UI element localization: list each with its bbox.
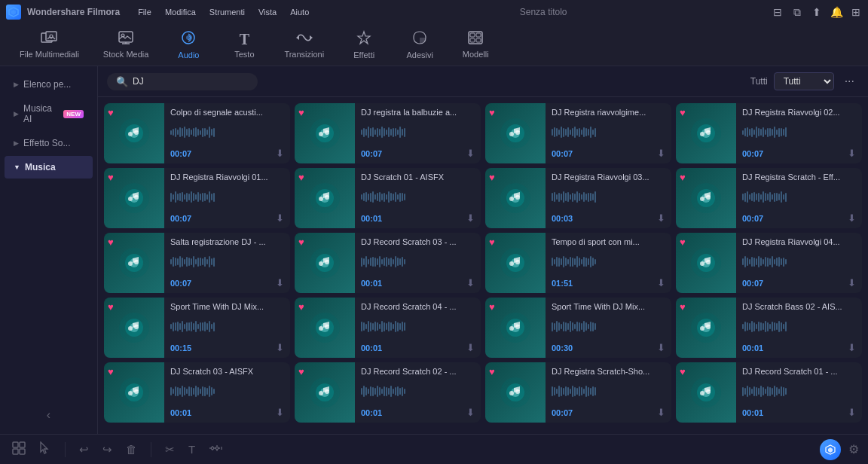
window-grid-icon[interactable]: ⊞ xyxy=(850,6,862,18)
waveform-bar xyxy=(765,321,766,332)
grid-item[interactable]: ♥ DJ Registra Riavvolgi 02... 00:07 ⬇ xyxy=(676,103,862,163)
download-icon[interactable]: ⬇ xyxy=(848,407,856,418)
filmora-badge[interactable] xyxy=(820,439,841,460)
grid-item[interactable]: ♥ DJ Scratch 03 - AISFX 00:01 ⬇ xyxy=(104,362,290,423)
toolbar-effetti[interactable]: Effetti xyxy=(338,27,390,63)
svg-point-56 xyxy=(700,197,704,201)
sidebar-item-elenco[interactable]: ▶ Elenco pe... xyxy=(5,73,93,96)
menu-aiuto[interactable]: Aiuto xyxy=(284,5,315,19)
grid-item[interactable]: ♥ DJ Scratch 01 - AISFX 00:01 ⬇ xyxy=(295,168,481,228)
bottom-redo-icon[interactable]: ↪ xyxy=(99,440,115,459)
download-icon[interactable]: ⬇ xyxy=(657,342,665,353)
toolbar-file-multimediali[interactable]: File Multimediali xyxy=(9,28,90,62)
bottom-toolbar: ↩ ↪ 🗑 ✂ T ⚙ xyxy=(0,434,868,464)
sidebar-item-effetto[interactable]: ▶ Effetto So... xyxy=(5,132,93,154)
grid-item[interactable]: ♥ Tempo di sport con mi... 01:51 ⬇ xyxy=(485,233,671,293)
waveform-bar xyxy=(576,256,578,267)
grid-item[interactable]: ♥ DJ registra la balbuzie a... 00:07 ⬇ xyxy=(295,103,481,163)
menu-modifica[interactable]: Modifica xyxy=(159,5,202,19)
download-icon[interactable]: ⬇ xyxy=(848,342,856,353)
toolbar-audio[interactable]: Audio xyxy=(162,27,215,63)
download-icon[interactable]: ⬇ xyxy=(657,148,665,159)
filter-select[interactable]: Tutti Preferiti Recenti xyxy=(774,72,834,90)
svg-point-97 xyxy=(706,325,711,329)
waveform-bar xyxy=(372,191,374,203)
window-expand-icon[interactable]: ⧉ xyxy=(791,6,803,18)
settings-icon[interactable]: ⚙ xyxy=(848,442,859,456)
download-icon[interactable]: ⬇ xyxy=(276,277,284,288)
download-icon[interactable]: ⬇ xyxy=(466,148,475,159)
grid-item[interactable]: ♥ DJ Scratch Bass 02 - AIS... 00:01 ⬇ xyxy=(676,298,862,358)
grid-item[interactable]: ♥ DJ Record Scratch 02 - ... 00:01 ⬇ xyxy=(295,362,481,423)
waveform-bar xyxy=(567,323,569,330)
grid-item[interactable]: ♥ DJ Registra Scratch-Sho... 00:07 ⬇ xyxy=(485,362,671,423)
grid-item[interactable]: ♥ DJ Registra Riavvolgi 03... 00:03 ⬇ xyxy=(485,168,671,228)
svg-point-57 xyxy=(706,195,711,200)
bottom-text-icon[interactable]: T xyxy=(185,440,198,459)
grid-item[interactable]: ♥ DJ Registra Riavvolgi 04... 00:07 ⬇ xyxy=(676,233,862,293)
transizioni-icon xyxy=(296,31,313,48)
download-icon[interactable]: ⬇ xyxy=(276,407,284,418)
download-icon[interactable]: ⬇ xyxy=(276,148,284,159)
more-options-btn[interactable]: ··· xyxy=(840,73,859,90)
grid-item[interactable]: ♥ DJ Record Scratch 01 - ... 00:01 ⬇ xyxy=(676,362,862,423)
grid-item[interactable]: ♥ DJ Registra riavvolgime... 00:07 ⬇ xyxy=(485,103,671,163)
waveform-bar xyxy=(565,258,567,266)
menu-vista[interactable]: Vista xyxy=(252,5,283,19)
download-icon[interactable]: ⬇ xyxy=(848,148,856,159)
waveform-bar xyxy=(590,256,591,267)
menu-strumenti[interactable]: Strumenti xyxy=(203,5,251,19)
menu-file[interactable]: File xyxy=(132,5,157,19)
download-icon[interactable]: ⬇ xyxy=(657,407,665,418)
toolbar-transizioni[interactable]: Transizioni xyxy=(274,28,335,62)
bottom-undo-icon[interactable]: ↩ xyxy=(76,440,92,459)
grid-item[interactable]: ♥ DJ Registra Scratch - Eff... 00:07 ⬇ xyxy=(676,168,862,228)
grid-item[interactable]: ♥ Colpo di segnale acusti... 00:07 ⬇ xyxy=(104,103,290,163)
grid-item[interactable]: ♥ Sport Time With DJ Mix... 00:15 ⬇ xyxy=(104,298,290,358)
waveform-bar xyxy=(363,386,365,397)
waveform-bar xyxy=(572,322,573,331)
waveform-bar xyxy=(751,389,753,395)
bottom-cut-icon[interactable]: ✂ xyxy=(162,440,178,459)
toolbar-testo[interactable]: T Testo xyxy=(218,28,270,62)
download-icon[interactable]: ⬇ xyxy=(848,277,856,288)
waveform-bar xyxy=(751,321,753,332)
toolbar-modelli[interactable]: Modelli xyxy=(449,28,502,62)
download-icon[interactable]: ⬇ xyxy=(466,342,475,353)
search-input[interactable] xyxy=(133,76,249,87)
download-icon[interactable]: ⬇ xyxy=(276,212,284,224)
bottom-select-icon[interactable] xyxy=(9,438,29,460)
download-icon[interactable]: ⬇ xyxy=(657,212,665,224)
toolbar-stock-media[interactable]: Stock Media xyxy=(93,28,160,62)
toolbar-adesivi[interactable]: Adesivi xyxy=(393,27,446,63)
grid-item[interactable]: ♥ DJ Registra Riavvolgi 01... 00:07 ⬇ xyxy=(104,168,290,228)
grid-item[interactable]: ♥ DJ Record Scratch 03 - ... 00:01 ⬇ xyxy=(295,233,481,293)
waveform-bar xyxy=(182,386,183,397)
download-icon[interactable]: ⬇ xyxy=(276,342,284,353)
toolbar-modelli-label: Modelli xyxy=(463,50,489,59)
bottom-delete-icon[interactable]: 🗑 xyxy=(123,440,140,459)
download-icon[interactable]: ⬇ xyxy=(657,277,665,288)
svg-marker-11 xyxy=(310,35,313,40)
download-icon[interactable]: ⬇ xyxy=(466,407,475,418)
waveform-bar xyxy=(188,258,190,266)
svg-rect-15 xyxy=(476,33,481,37)
window-upload-icon[interactable]: ⬆ xyxy=(811,6,823,18)
window-notification-icon[interactable]: 🔔 xyxy=(830,6,842,18)
download-icon[interactable]: ⬇ xyxy=(466,277,475,288)
download-icon[interactable]: ⬇ xyxy=(466,212,475,224)
sidebar-item-musica[interactable]: ▼ Musica xyxy=(5,156,93,179)
bottom-cursor-icon[interactable] xyxy=(36,438,54,460)
window-layout-icon[interactable]: ⊟ xyxy=(772,6,784,18)
sidebar-collapse-btn[interactable]: ‹ xyxy=(0,402,97,428)
grid-item[interactable]: ♥ DJ Record Scratch 04 - ... 00:01 ⬇ xyxy=(295,298,481,358)
heart-icon: ♥ xyxy=(489,366,495,377)
grid-item[interactable]: ♥ Sport Time With DJ Mix... 00:30 ⬇ xyxy=(485,298,671,358)
sidebar-item-musica-ai[interactable]: ▶ Musica AI NEW xyxy=(5,97,93,130)
download-icon[interactable]: ⬇ xyxy=(848,212,856,224)
grid-item[interactable]: ♥ Salta registrazione DJ - ... 00:07 ⬇ xyxy=(104,233,290,293)
search-input-wrap[interactable]: 🔍 xyxy=(107,73,258,90)
track-title: DJ Record Scratch 01 - ... xyxy=(742,367,856,376)
bottom-audio-tool-icon[interactable] xyxy=(206,440,225,459)
waveform-bar xyxy=(552,193,553,201)
